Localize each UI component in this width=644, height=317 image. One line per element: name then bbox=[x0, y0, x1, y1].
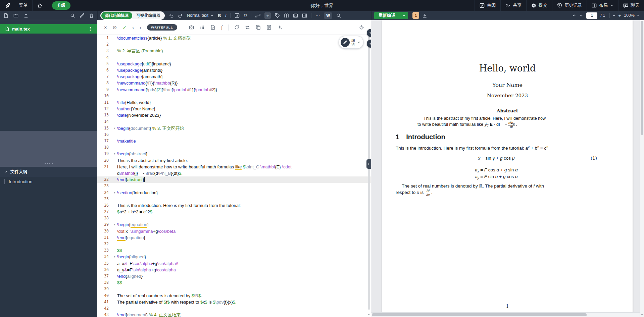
code-line[interactable]: 6\usepackage{amsfonts} bbox=[97, 67, 371, 73]
synonyms-button[interactable] bbox=[245, 25, 250, 30]
zoom-dropdown[interactable]: 100% bbox=[624, 13, 640, 18]
review-button[interactable]: 审阅 bbox=[475, 0, 500, 11]
equation-generator-button[interactable]: ∫ bbox=[221, 25, 222, 30]
insert-symbol-button[interactable]: Ω bbox=[244, 13, 247, 18]
home-button[interactable] bbox=[33, 0, 47, 11]
scroll-down-icon[interactable] bbox=[367, 313, 370, 316]
share-button[interactable]: 共享 bbox=[500, 0, 526, 11]
code-line[interactable]: 39 bbox=[97, 286, 371, 292]
code-line[interactable]: 33$$ bbox=[97, 247, 371, 254]
fold-arrow-icon[interactable]: ▾ bbox=[112, 190, 117, 196]
code-line[interactable]: 1\documentclass{article} % 1. 文档类型 bbox=[97, 35, 371, 41]
collapse-panel-button[interactable] bbox=[366, 159, 371, 169]
paraphraser-button[interactable] bbox=[234, 25, 239, 30]
insert-figure-button[interactable] bbox=[293, 13, 298, 18]
code-line[interactable]: 23 bbox=[97, 183, 371, 189]
code-line[interactable]: 15▾\begin{document} % 3. 正文区开始 bbox=[97, 125, 371, 131]
screenshot-to-latex-button[interactable] bbox=[189, 25, 194, 30]
chat-button[interactable]: 聊天 bbox=[618, 0, 644, 11]
code-line[interactable]: 22\end{abstract} bbox=[97, 176, 371, 183]
code-line[interactable]: 4 bbox=[97, 54, 371, 61]
insert-math-button[interactable] bbox=[235, 13, 240, 18]
code-line[interactable]: 5\usepackage[utf8]{inputenc} bbox=[97, 61, 371, 67]
recompile-options-button[interactable] bbox=[400, 12, 408, 19]
bold-button[interactable]: B bbox=[218, 13, 221, 18]
code-line[interactable]: 32 bbox=[97, 241, 371, 247]
history-button[interactable]: 历史记录 bbox=[552, 0, 587, 11]
code-line[interactable]: 29▾\begin{equation} bbox=[97, 221, 371, 228]
pdf-vertical-scrollbar-track[interactable] bbox=[640, 20, 644, 317]
code-line[interactable]: 19▾\begin{abstract} bbox=[97, 151, 371, 157]
accept-suggestion-button[interactable]: ✓ bbox=[122, 25, 127, 30]
insert-link-button[interactable] bbox=[255, 13, 260, 18]
code-line[interactable]: 41The partial derivative of $f$ with res… bbox=[97, 299, 371, 305]
new-file-button[interactable] bbox=[3, 13, 8, 18]
code-line[interactable]: 28 bbox=[97, 215, 371, 221]
table-generator-button[interactable] bbox=[200, 25, 205, 30]
code-line[interactable]: 17\maketitle bbox=[97, 138, 371, 144]
code-line[interactable]: 43\end{document} % 4. 正文区结束 bbox=[97, 312, 371, 317]
code-line[interactable]: 35a_x&=F\cos\alpha+g\sin\alpha\\ bbox=[97, 260, 371, 267]
previous-suggestion-button[interactable]: ‹ bbox=[132, 25, 134, 30]
explain-text-button[interactable] bbox=[210, 25, 215, 30]
code-line[interactable]: d\mathbf{l} = - \frac{d\Phi_B}{dt}$. bbox=[97, 170, 371, 176]
code-line[interactable]: 2 bbox=[97, 41, 371, 48]
logs-button[interactable]: 1 bbox=[412, 12, 419, 19]
fold-arrow-icon[interactable]: ▾ bbox=[112, 221, 117, 228]
title-generator-button[interactable] bbox=[277, 25, 282, 30]
upload-file-button[interactable] bbox=[23, 13, 29, 18]
code-line[interactable]: 3% 2. 导言区 (Preamble) bbox=[97, 48, 371, 54]
more-tools-button[interactable]: ⋯ bbox=[315, 13, 320, 18]
page-input[interactable]: 1 bbox=[586, 12, 597, 19]
code-line[interactable]: 18 bbox=[97, 144, 371, 151]
pdf-horizontal-scrollbar[interactable] bbox=[372, 313, 587, 316]
sentence-splitter-button[interactable] bbox=[266, 25, 271, 30]
file-menu-button[interactable]: ⋮ bbox=[87, 26, 94, 32]
disable-suggestions-button[interactable]: ⊘ bbox=[113, 25, 117, 30]
next-suggestion-button[interactable]: › bbox=[140, 25, 141, 30]
redo-button[interactable] bbox=[178, 13, 183, 18]
submit-button[interactable]: 提交 bbox=[526, 0, 552, 11]
pdf-vertical-scrollbar[interactable] bbox=[641, 21, 643, 135]
code-line[interactable]: 10 bbox=[97, 93, 371, 99]
fold-arrow-icon[interactable]: ▾ bbox=[112, 254, 117, 260]
find-file-button[interactable] bbox=[70, 13, 75, 18]
insert-citation-button[interactable] bbox=[284, 13, 289, 18]
code-line[interactable]: 11\title{Hello, world} bbox=[97, 99, 371, 106]
copy-edit-button[interactable] bbox=[256, 25, 261, 30]
next-page-button[interactable] bbox=[579, 13, 583, 17]
source-editor-tab[interactable]: 源代码编辑器 bbox=[101, 12, 132, 19]
file-tree-panel[interactable] bbox=[0, 34, 97, 131]
code-line[interactable]: 37\end{aligned} bbox=[97, 273, 371, 279]
fold-arrow-icon[interactable]: ▾ bbox=[112, 151, 117, 157]
outline-header[interactable]: 文件大纲 bbox=[0, 167, 97, 177]
code-line[interactable]: 16 bbox=[97, 131, 371, 138]
outline-item-introduction[interactable]: Introduction bbox=[0, 177, 97, 186]
scroll-down-icon[interactable] bbox=[640, 313, 644, 316]
code-line[interactable]: 26This is the introduction. Here is my f… bbox=[97, 202, 371, 209]
insert-table-button[interactable] bbox=[302, 13, 307, 18]
code-line[interactable]: 34▾\begin{aligned} bbox=[97, 254, 371, 260]
writefull-toggle-button[interactable]: W bbox=[324, 12, 332, 19]
file-item-maintex[interactable]: main.tex ⋮ bbox=[0, 24, 97, 34]
editor-search-button[interactable] bbox=[336, 13, 341, 18]
italic-button[interactable]: I bbox=[225, 13, 227, 18]
code-line[interactable]: 12\author{Your Name} bbox=[97, 106, 371, 112]
code-line[interactable]: 13\date{November 2023} bbox=[97, 112, 371, 118]
code-line[interactable]: 24▾\section{Introduction} bbox=[97, 190, 371, 196]
previous-page-button[interactable] bbox=[572, 13, 576, 17]
code-line[interactable]: 7\usepackage{amsmath} bbox=[97, 73, 371, 80]
writefull-edit-widget[interactable]: 编辑 bbox=[339, 36, 363, 49]
recompile-button[interactable]: 重新编译 bbox=[374, 12, 400, 19]
panel-resize-handle[interactable] bbox=[0, 131, 97, 167]
code-line[interactable]: 27$a^2 + b^2 = c^2$ bbox=[97, 209, 371, 215]
zoom-in-button[interactable]: + bbox=[618, 13, 621, 18]
code-line[interactable]: 9\newcommand{\pdv}[2]{\frac{\partial #1}… bbox=[97, 87, 371, 93]
reject-suggestion-button[interactable]: × bbox=[104, 25, 107, 30]
code-line[interactable]: 38$$ bbox=[97, 279, 371, 286]
pdf-horizontal-scrollbar-track[interactable] bbox=[371, 312, 640, 317]
menu-button[interactable]: 菜单 bbox=[14, 0, 32, 11]
paragraph-style-dropdown[interactable]: Normal text bbox=[187, 13, 214, 18]
code-line[interactable]: 36a_y&=F\sin\alpha+g\cos\alpha bbox=[97, 267, 371, 273]
zoom-out-button[interactable]: − bbox=[613, 13, 615, 18]
